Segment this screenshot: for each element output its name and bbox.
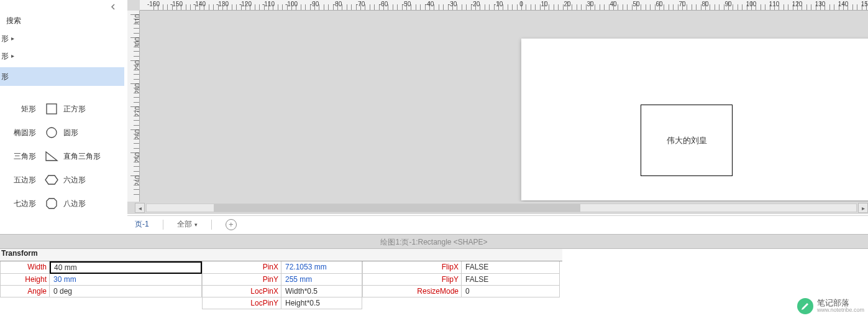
category-3-selected[interactable]: 形 <box>0 70 124 83</box>
shape-row: 椭圆形 圆形 <box>0 121 124 144</box>
shape-row: 七边形 八边形 <box>0 192 124 215</box>
shape-hept-label[interactable]: 七边形 <box>0 199 40 209</box>
search-label[interactable]: 搜索 <box>0 14 124 27</box>
value-flipy[interactable]: FALSE <box>462 274 560 286</box>
shape-circle-label[interactable]: 圆形 <box>63 128 78 138</box>
svg-rect-0 <box>47 104 57 114</box>
shape-tri-label[interactable]: 三角形 <box>0 151 40 162</box>
chevron-right-icon: ▸ <box>11 32 14 45</box>
chevron-right-icon: ▸ <box>11 50 14 62</box>
label-pinx: PinX <box>202 261 281 274</box>
value-piny[interactable]: 255 mm <box>281 274 362 286</box>
label-width: Width <box>0 261 50 274</box>
watermark-text: 笔记部落 www.notetribe.com <box>817 299 864 314</box>
watermark-icon <box>797 298 813 314</box>
right-triangle-icon[interactable] <box>45 149 58 163</box>
tab-all[interactable]: 全部 ▾ <box>177 219 198 230</box>
scroll-right-button[interactable]: ▸ <box>858 203 868 213</box>
canvas-area: -160-150-140-130-120-110-100-90-80-70-60… <box>127 0 868 214</box>
label-angle: Angle <box>0 286 50 297</box>
horizontal-ruler[interactable]: -160-150-140-130-120-110-100-90-80-70-60… <box>140 0 868 11</box>
shape-hex-label[interactable]: 六边形 <box>63 175 86 185</box>
tab-separator <box>163 220 163 230</box>
watermark-title: 笔记部落 <box>817 299 864 307</box>
shapes-sidebar: 搜索 形▸ 形▸ 形 矩形 正方形 椭圆形 圆形 三角形 直角三角形 五边形 六… <box>0 0 124 214</box>
value-height[interactable]: 30 mm <box>50 274 202 286</box>
label-flipx: FlipX <box>362 261 462 274</box>
scroll-thumb[interactable] <box>214 204 580 212</box>
label-resizemode: ResizeMode <box>362 286 462 297</box>
value-width[interactable]: 40 mm <box>50 261 202 274</box>
category-1[interactable]: 形▸ <box>0 32 124 45</box>
shape-rtri-label[interactable]: 直角三角形 <box>63 151 101 162</box>
chevron-down-icon: ▾ <box>194 222 198 228</box>
shape-square-label[interactable]: 正方形 <box>63 104 86 115</box>
shape-row: 五边形 六边形 <box>0 168 124 192</box>
horizontal-scrollbar[interactable]: ◂ ▸ <box>135 203 868 213</box>
value-flipx[interactable]: FALSE <box>462 261 560 274</box>
label-locpinx: LocPinX <box>202 286 281 297</box>
shape-oct-label[interactable]: 八边形 <box>63 199 86 209</box>
octagon-icon[interactable] <box>45 197 58 210</box>
shape-rect-label[interactable]: 矩形 <box>0 104 40 115</box>
drawing-page[interactable]: 伟大的刘皇 <box>521 39 868 200</box>
square-icon[interactable] <box>45 102 58 116</box>
svg-marker-3 <box>47 199 57 208</box>
category-1-label: 形 <box>1 32 9 45</box>
label-piny: PinY <box>202 274 281 286</box>
selection-path: 绘图1:页-1:Rectangle <SHAPE> <box>380 237 487 248</box>
property-bar: 绘图1:页-1:Rectangle <SHAPE> <box>0 234 868 249</box>
scroll-left-button[interactable]: ◂ <box>135 203 145 213</box>
circle-icon[interactable] <box>45 126 58 139</box>
value-resizemode[interactable]: 0 <box>462 286 560 297</box>
shape-row: 矩形 正方形 <box>0 97 124 121</box>
shape-row: 三角形 直角三角形 <box>0 144 124 168</box>
transform-table: Transform Width 40 mm PinX 72.1053 mm Fl… <box>0 249 562 309</box>
rectangle-shape[interactable]: 伟大的刘皇 <box>641 105 733 176</box>
category-3-label: 形 <box>1 70 9 83</box>
value-locpinx[interactable]: Width*0.5 <box>281 286 362 297</box>
page-tabs: 页-1 全部 ▾ + <box>127 215 868 233</box>
transform-header: Transform <box>0 249 562 261</box>
category-2[interactable]: 形▸ <box>0 50 124 62</box>
tab-separator <box>211 220 212 230</box>
svg-marker-2 <box>45 175 58 184</box>
label-flipy: FlipY <box>362 274 462 286</box>
label-height: Height <box>0 274 50 286</box>
add-page-button[interactable]: + <box>226 219 237 230</box>
scroll-track[interactable] <box>146 203 857 212</box>
watermark: 笔记部落 www.notetribe.com <box>797 298 864 314</box>
vertical-ruler[interactable]: 310300290280270260250240 <box>127 11 140 202</box>
value-pinx[interactable]: 72.1053 mm <box>281 261 362 274</box>
category-2-label: 形 <box>1 50 9 62</box>
value-angle[interactable]: 0 deg <box>50 286 202 297</box>
tab-all-label: 全部 <box>177 219 192 230</box>
drawing-canvas[interactable]: 伟大的刘皇 <box>140 11 868 202</box>
watermark-sub: www.notetribe.com <box>817 307 864 314</box>
label-locpiny: LocPinY <box>202 297 281 309</box>
shape-ellipse-label[interactable]: 椭圆形 <box>0 128 40 138</box>
hexagon-icon[interactable] <box>45 173 58 187</box>
collapse-icon[interactable] <box>107 1 119 12</box>
shape-grid: 矩形 正方形 椭圆形 圆形 三角形 直角三角形 五边形 六边形 七边形 八边形 <box>0 97 124 215</box>
value-locpiny[interactable]: Height*0.5 <box>281 297 362 309</box>
shape-pent-label[interactable]: 五边形 <box>0 175 40 185</box>
tab-page-1[interactable]: 页-1 <box>135 219 149 230</box>
svg-point-1 <box>47 128 57 138</box>
